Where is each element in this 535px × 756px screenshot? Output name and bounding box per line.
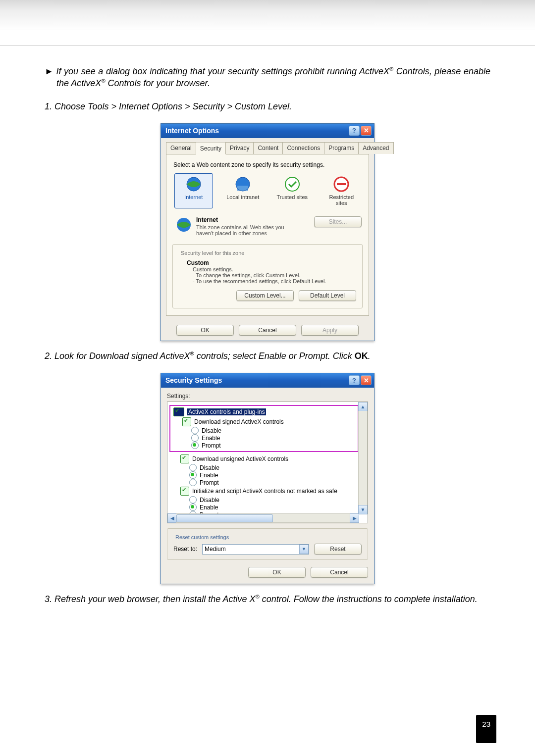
radio-label: Disable bbox=[200, 497, 219, 504]
radio-icon bbox=[189, 464, 197, 471]
radio-label: Enable bbox=[200, 472, 218, 479]
intro-line1: If you see a dialog box indicating that … bbox=[56, 66, 389, 76]
reset-to-label: Reset to: bbox=[173, 546, 197, 553]
registered-mark-1: ® bbox=[389, 66, 393, 72]
zone-restricted[interactable]: Restricted sites bbox=[322, 173, 361, 208]
download-unsigned-label: Download unsigned ActiveX controls bbox=[192, 455, 288, 462]
radio-icon bbox=[189, 479, 197, 486]
init-disable[interactable]: Disable bbox=[169, 496, 368, 504]
step2-post: controls; select Enable or Prompt. Click bbox=[194, 351, 355, 361]
zone-trusted[interactable]: Trusted sites bbox=[273, 173, 312, 208]
step2-pre: 2. Look for Download signed ActiveX bbox=[45, 351, 190, 361]
download-signed-highlight: ActiveX controls and plug-ins Download s… bbox=[169, 405, 359, 452]
internet-options-dialog: Internet Options ? ✕ General Security Pr… bbox=[160, 123, 374, 341]
signed-prompt[interactable]: Prompt bbox=[171, 442, 357, 449]
reset-fieldset: Reset custom settings Reset to: Medium ▼… bbox=[167, 528, 368, 560]
tab-security[interactable]: Security bbox=[196, 143, 226, 154]
step2-end: . bbox=[368, 351, 371, 361]
tab-privacy[interactable]: Privacy bbox=[225, 142, 254, 154]
hscroll-track[interactable] bbox=[176, 513, 350, 523]
zone-internet[interactable]: Internet bbox=[174, 173, 213, 208]
security-settings-dialog: Security Settings ? ✕ Settings: ActiveX … bbox=[160, 373, 374, 584]
ss-help-button[interactable]: ? bbox=[349, 375, 360, 385]
security-level-legend: Security level for this zone bbox=[179, 250, 246, 256]
hscroll-left-button[interactable]: ◀ bbox=[167, 513, 177, 523]
zone-intranet[interactable]: Local intranet bbox=[224, 173, 263, 208]
ss-close-button[interactable]: ✕ bbox=[361, 375, 372, 385]
security-settings-titlebar: Security Settings ? ✕ bbox=[161, 373, 374, 388]
tab-programs[interactable]: Programs bbox=[324, 142, 359, 154]
zone-select-label: Select a Web content zone to specify its… bbox=[172, 159, 363, 170]
opt-download-unsigned: Download unsigned ActiveX controls bbox=[169, 454, 368, 464]
zone-desc-1: This zone contains all Web sites you bbox=[196, 224, 284, 230]
registered-mark-2: ® bbox=[101, 78, 105, 84]
tab-content[interactable]: Content bbox=[253, 142, 283, 154]
step2-ok: OK bbox=[355, 351, 368, 361]
help-button[interactable]: ? bbox=[349, 126, 360, 136]
hscroll-right-button[interactable]: ▶ bbox=[350, 513, 359, 523]
init-script-label: Initialize and script ActiveX controls n… bbox=[192, 488, 337, 495]
zone-desc-title: Internet bbox=[196, 216, 284, 223]
radio-label: Prompt bbox=[202, 442, 221, 449]
radio-label: Disable bbox=[202, 427, 221, 434]
zone-restricted-label: Restricted sites bbox=[324, 194, 360, 206]
cat-activex-label: ActiveX controls and plug-ins bbox=[187, 408, 266, 415]
cancel-button[interactable]: Cancel bbox=[239, 325, 296, 336]
tabs: General Security Privacy Content Connect… bbox=[166, 142, 369, 154]
tab-connections[interactable]: Connections bbox=[282, 142, 324, 154]
step-1: 1. Choose Tools > Internet Options > Sec… bbox=[45, 101, 490, 112]
radio-icon bbox=[191, 434, 199, 442]
default-level-button[interactable]: Default Level bbox=[299, 290, 356, 301]
radio-selected-icon bbox=[191, 442, 199, 449]
init-enable[interactable]: Enable bbox=[169, 504, 368, 511]
download-unsigned-icon bbox=[180, 454, 189, 463]
globe-small-icon bbox=[175, 216, 192, 233]
settings-label: Settings: bbox=[167, 393, 368, 400]
reset-select[interactable]: Medium ▼ bbox=[202, 544, 309, 554]
svg-point-5 bbox=[285, 177, 299, 191]
unsigned-disable[interactable]: Disable bbox=[169, 464, 368, 471]
scroll-up-button[interactable]: ▲ bbox=[358, 402, 368, 411]
scroll-down-button[interactable]: ▼ bbox=[358, 505, 368, 514]
ok-button[interactable]: OK bbox=[176, 325, 234, 336]
activex-cat-icon bbox=[173, 407, 184, 416]
step-2: 2. Look for Download signed ActiveX® con… bbox=[45, 350, 490, 362]
ss-ok-button[interactable]: OK bbox=[248, 567, 306, 578]
page-content: ► If you see a dialog box indicating tha… bbox=[0, 46, 535, 626]
custom-line2: - To use the recommended settings, click… bbox=[187, 278, 326, 284]
download-signed-label: Download signed ActiveX controls bbox=[194, 418, 284, 425]
ss-cancel-button[interactable]: Cancel bbox=[311, 567, 368, 578]
cat-activex[interactable]: ActiveX controls and plug-ins bbox=[171, 407, 357, 417]
zone-row: Internet Local intranet Trusted sites Re… bbox=[172, 170, 363, 214]
signed-enable[interactable]: Enable bbox=[171, 434, 357, 442]
chevron-down-icon: ▼ bbox=[299, 545, 309, 554]
zone-trusted-label: Trusted sites bbox=[276, 194, 308, 200]
reset-legend: Reset custom settings bbox=[173, 534, 231, 540]
close-button[interactable]: ✕ bbox=[361, 126, 372, 136]
vscroll-track[interactable] bbox=[358, 411, 368, 505]
security-tab-pane: Select a Web content zone to specify its… bbox=[166, 154, 369, 316]
unsigned-enable[interactable]: Enable bbox=[169, 471, 368, 479]
page-number: 23 bbox=[476, 715, 496, 743]
radio-label: Enable bbox=[202, 435, 220, 442]
reset-button[interactable]: Reset bbox=[314, 544, 362, 554]
registered-mark-3: ® bbox=[190, 351, 194, 356]
custom-sub: Custom settings. bbox=[187, 266, 233, 272]
custom-line1: - To change the settings, click Custom L… bbox=[187, 272, 300, 278]
tab-general[interactable]: General bbox=[166, 142, 196, 154]
intranet-icon bbox=[234, 176, 251, 193]
globe-icon bbox=[185, 176, 202, 193]
unsigned-prompt[interactable]: Prompt bbox=[169, 479, 368, 486]
sites-button[interactable]: Sites... bbox=[314, 216, 362, 227]
zone-description: Internet This zone contains all Web site… bbox=[172, 214, 363, 240]
custom-level-button[interactable]: Custom Level... bbox=[236, 290, 294, 301]
apply-button[interactable]: Apply bbox=[301, 325, 359, 336]
signed-disable[interactable]: Disable bbox=[171, 427, 357, 434]
settings-tree[interactable]: ActiveX controls and plug-ins Download s… bbox=[167, 402, 368, 523]
tab-advanced[interactable]: Advanced bbox=[358, 142, 393, 154]
trusted-icon bbox=[284, 176, 301, 193]
hscroll-thumb[interactable] bbox=[176, 514, 273, 522]
page-top-gradient bbox=[0, 0, 535, 30]
registered-mark-4: ® bbox=[256, 594, 260, 600]
restricted-icon bbox=[333, 176, 350, 193]
